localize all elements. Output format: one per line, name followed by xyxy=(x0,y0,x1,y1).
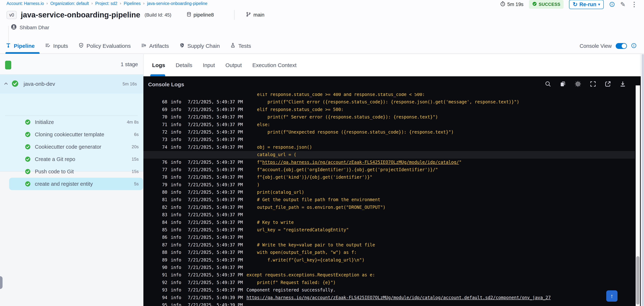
status-text: SUCCESS xyxy=(539,2,560,7)
tab-inputs[interactable]: Inputs xyxy=(45,43,68,50)
log-row: 95info7/21/2025, 5:49:39 PM https://qa.h… xyxy=(144,294,635,301)
tab-label: Pipeline xyxy=(14,43,35,49)
log-row: 93info7/21/2025, 5:49:37 PM print(f" Req… xyxy=(144,279,635,286)
log-message: f.write(f"{url_key}={catalog_url}\n") xyxy=(246,256,364,264)
chevron-up-icon[interactable] xyxy=(3,81,9,87)
rerun-button[interactable]: ↻ Re-run ▾ xyxy=(569,0,604,9)
log-message: elif response.status_code >= 400 and res… xyxy=(246,93,425,98)
log-row: 71info7/21/2025, 5:49:37 PM print(f" Ser… xyxy=(144,113,635,121)
left-edge-handle[interactable] xyxy=(0,276,2,289)
open-in-new-icon[interactable] xyxy=(604,81,611,87)
branch-chip[interactable]: main xyxy=(246,12,264,18)
pipeline-icon xyxy=(6,43,11,50)
success-check-icon xyxy=(532,2,537,7)
step-success-icon xyxy=(25,144,31,150)
log-viewport[interactable]: 68info7/21/2025, 5:49:37 PM elif respons… xyxy=(144,93,635,306)
step-row[interactable]: Cloning cookiecutter template 6s xyxy=(9,128,143,141)
tab-policy-evaluations[interactable]: Policy Evaluations xyxy=(78,43,131,50)
log-row: 90info7/21/2025, 5:49:37 PM f.write(f"{u… xyxy=(144,256,635,264)
pipeline-ref-label: pipeline8 xyxy=(194,12,214,18)
stage-area: java-onb-dev 5m 16s Initialize 4m 8s Clo… xyxy=(0,75,144,172)
tab-output[interactable]: Output xyxy=(226,62,242,68)
log-message: Component registered successfully. xyxy=(246,286,336,294)
log-row: 84info7/21/2025, 5:49:37 PM xyxy=(144,211,635,219)
breadcrumb-item[interactable]: java-service-onboarding-pipeline xyxy=(147,1,207,6)
stage-success-icon xyxy=(11,80,19,88)
inputs-icon xyxy=(45,43,51,50)
step-row[interactable]: Push code to Git 15s xyxy=(9,165,143,178)
console-scrollbar-thumb[interactable] xyxy=(636,256,640,304)
log-message: else: xyxy=(246,121,270,128)
breadcrumb-item[interactable]: Account: Harness.io xyxy=(6,1,44,6)
step-row[interactable]: Initialize 4m 8s xyxy=(9,116,143,128)
fullscreen-icon[interactable] xyxy=(590,81,596,87)
log-level: info xyxy=(171,301,181,306)
tab-artifacts[interactable]: Artifacts xyxy=(141,43,169,50)
tab-details[interactable]: Details xyxy=(176,62,192,68)
step-label: create and register entity xyxy=(35,181,93,187)
log-link[interactable]: https://qa.harness.io/ng/account/zEaak-F… xyxy=(262,160,459,165)
console-logs-panel: Console Logs xyxy=(144,76,641,306)
log-row: 92info7/21/2025, 5:49:37 PM except reque… xyxy=(144,271,635,279)
step-success-icon xyxy=(25,131,31,138)
step-success-icon xyxy=(25,181,31,187)
step-row[interactable]: Create a Git repo 15s xyxy=(9,153,143,165)
log-message: f"{obj.get('kind')}/{obj.get('identifier… xyxy=(246,174,372,181)
log-row: 75info7/21/2025, 5:49:37 PM obj = respon… xyxy=(144,144,635,151)
log-timestamp: 7/21/2025, 5:49:39 PM xyxy=(188,301,243,306)
log-row: 89info7/21/2025, 5:49:37 PM with open(ou… xyxy=(144,249,635,256)
tab-logs[interactable]: Logs xyxy=(152,62,165,68)
tab-pipeline[interactable]: Pipeline xyxy=(6,43,35,50)
log-link[interactable]: https://qa.harness.io/ng/account/zEaak-F… xyxy=(246,295,551,300)
download-icon[interactable] xyxy=(619,81,626,87)
page-scrollbar[interactable] xyxy=(642,54,644,306)
step-row[interactable]: Cookiecutter code generator 20s xyxy=(9,141,143,153)
top-header: Account: Harness.io›Organization: defaul… xyxy=(0,0,644,54)
settings-gear-icon[interactable] xyxy=(574,80,582,88)
log-message: output_file_path = os.environ.get("DRONE… xyxy=(246,204,386,211)
log-row: 69info7/21/2025, 5:49:37 PM print(f"Clie… xyxy=(144,98,635,106)
copy-icon[interactable] xyxy=(560,81,566,87)
step-duration: 15s xyxy=(132,169,139,174)
tab-supply-chain[interactable]: Supply Chain xyxy=(179,43,220,50)
log-row: 86info7/21/2025, 5:49:37 PM url_key = "r… xyxy=(144,226,635,234)
log-message: url_key = "registeredCatalogEntity" xyxy=(246,226,349,234)
console-scrollbar[interactable] xyxy=(636,85,640,306)
stage-row[interactable]: java-onb-dev 5m 16s xyxy=(0,75,144,93)
tab-label: Tests xyxy=(238,43,251,49)
page-scrollbar-thumb[interactable] xyxy=(642,54,644,306)
info-icon[interactable] xyxy=(609,2,615,7)
log-row: 80info7/21/2025, 5:49:37 PM ) xyxy=(144,181,635,189)
branch-label: main xyxy=(254,12,264,18)
step-row[interactable]: create and register entity 5s xyxy=(9,178,143,190)
console-title: Console Logs xyxy=(148,81,184,88)
edit-pencil-icon[interactable]: ✎ xyxy=(620,1,626,8)
tab-input[interactable]: Input xyxy=(203,62,215,68)
log-message: catalog_url = ( xyxy=(246,151,296,158)
scroll-to-top-button[interactable]: ↑ xyxy=(606,290,618,302)
breadcrumb-item[interactable]: Pipelines xyxy=(124,1,141,6)
more-menu-icon[interactable]: ⋮ xyxy=(631,1,638,8)
supply-chain-icon xyxy=(179,43,185,50)
log-row: 79info7/21/2025, 5:49:37 PM f"{obj.get('… xyxy=(144,174,635,181)
tab-label: Inputs xyxy=(53,43,68,49)
stage-count: 1 stage xyxy=(121,61,138,67)
console-view-toggle[interactable] xyxy=(616,43,627,49)
search-icon[interactable] xyxy=(544,81,552,87)
log-message: # Key to write xyxy=(246,219,294,226)
log-row: 78info7/21/2025, 5:49:37 PM f"account.{o… xyxy=(144,166,635,174)
step-label: Create a Git repo xyxy=(35,156,75,162)
git-branch-icon xyxy=(246,12,251,18)
tab-tests[interactable]: Tests xyxy=(230,43,251,50)
refresh-icon: ↻ xyxy=(573,2,578,7)
breadcrumb-item[interactable]: Organization: default xyxy=(50,1,89,6)
log-message: print(f"Client error ({response.status_c… xyxy=(246,98,519,106)
tab-execution-context[interactable]: Execution Context xyxy=(252,62,296,68)
log-message: # Write the key=value pair to the output… xyxy=(246,241,375,249)
step-label: Cookiecutter code generator xyxy=(35,144,101,150)
console-view-info-icon[interactable] xyxy=(631,43,637,49)
step-duration: 4m 8s xyxy=(127,120,139,125)
breadcrumb-item[interactable]: Project: sd2 xyxy=(95,1,117,6)
log-message: elif response.status_code >= 500: xyxy=(246,106,344,113)
pipeline-ref-chip[interactable]: pipeline8 xyxy=(186,12,214,18)
